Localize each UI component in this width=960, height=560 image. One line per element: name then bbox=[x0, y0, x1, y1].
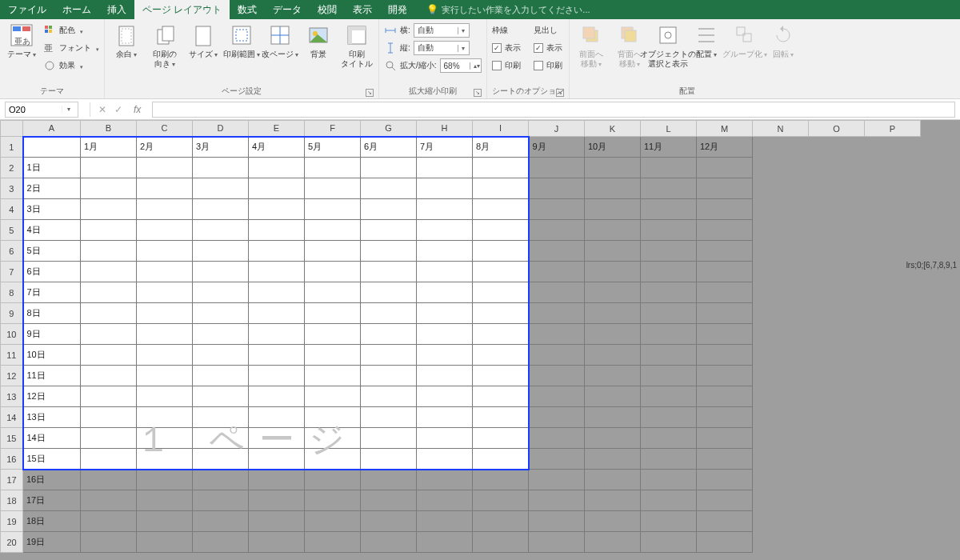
cell[interactable]: 11月 bbox=[641, 137, 697, 158]
cell[interactable] bbox=[193, 428, 249, 449]
cell[interactable] bbox=[417, 241, 473, 262]
cell[interactable] bbox=[585, 282, 641, 303]
row-header[interactable]: 18 bbox=[1, 490, 23, 511]
cell[interactable] bbox=[473, 199, 529, 220]
cell[interactable] bbox=[417, 262, 473, 282]
row-header[interactable]: 5 bbox=[1, 220, 23, 241]
cell[interactable] bbox=[249, 262, 305, 282]
selection-pane-button[interactable]: オブジェクトの 選択と表示 bbox=[651, 22, 685, 69]
cell[interactable] bbox=[137, 366, 193, 386]
cell[interactable] bbox=[697, 178, 753, 199]
cell[interactable] bbox=[361, 303, 417, 324]
dialog-launcher-icon[interactable]: ↘ bbox=[366, 89, 374, 97]
cell[interactable] bbox=[529, 282, 585, 303]
cell[interactable] bbox=[81, 366, 137, 386]
cell[interactable] bbox=[529, 345, 585, 366]
menu-tab-4[interactable]: 数式 bbox=[230, 0, 265, 19]
cell[interactable] bbox=[137, 407, 193, 428]
cell[interactable] bbox=[249, 366, 305, 386]
cell[interactable] bbox=[809, 220, 865, 241]
cell[interactable] bbox=[81, 407, 137, 428]
margins-button[interactable]: 余白 bbox=[110, 22, 143, 60]
tell-me-search[interactable]: 💡実行したい作業を入力してください... bbox=[415, 0, 590, 19]
cell[interactable] bbox=[473, 428, 529, 449]
cell[interactable] bbox=[753, 407, 809, 428]
cell[interactable] bbox=[585, 324, 641, 345]
cell[interactable] bbox=[529, 490, 585, 511]
cell[interactable] bbox=[585, 178, 641, 199]
cell[interactable] bbox=[865, 324, 921, 345]
cell[interactable] bbox=[473, 345, 529, 366]
cell[interactable]: 13日 bbox=[23, 407, 81, 428]
cell[interactable] bbox=[193, 532, 249, 553]
cell[interactable] bbox=[81, 511, 137, 532]
select-all-corner[interactable] bbox=[1, 121, 23, 137]
cancel-formula-icon[interactable]: ✕ bbox=[98, 104, 106, 115]
name-box-input[interactable] bbox=[6, 105, 62, 114]
cell[interactable] bbox=[137, 511, 193, 532]
cell[interactable]: 16日 bbox=[23, 470, 81, 490]
cell[interactable] bbox=[137, 386, 193, 407]
cell[interactable]: 14日 bbox=[23, 428, 81, 449]
cell[interactable] bbox=[585, 407, 641, 428]
cell[interactable] bbox=[417, 324, 473, 345]
cell[interactable] bbox=[473, 386, 529, 407]
cell[interactable] bbox=[361, 490, 417, 511]
theme-fonts-button[interactable]: 亜 フォント bbox=[43, 40, 99, 56]
cell[interactable] bbox=[361, 324, 417, 345]
cell[interactable] bbox=[193, 282, 249, 303]
cell[interactable]: 6日 bbox=[23, 262, 81, 282]
cell[interactable] bbox=[417, 449, 473, 470]
cell[interactable] bbox=[249, 511, 305, 532]
cell[interactable] bbox=[361, 511, 417, 532]
cell[interactable]: 10日 bbox=[23, 345, 81, 366]
cell[interactable] bbox=[473, 282, 529, 303]
cell[interactable] bbox=[585, 366, 641, 386]
cell[interactable] bbox=[81, 199, 137, 220]
row-header[interactable]: 13 bbox=[1, 386, 23, 407]
row-header[interactable]: 20 bbox=[1, 532, 23, 553]
orientation-button[interactable]: 印刷の 向き bbox=[148, 22, 182, 70]
background-button[interactable]: 背景 bbox=[302, 22, 335, 59]
cell[interactable] bbox=[697, 262, 753, 282]
cell[interactable] bbox=[137, 158, 193, 178]
cell[interactable] bbox=[697, 366, 753, 386]
cell[interactable] bbox=[417, 345, 473, 366]
cell[interactable] bbox=[697, 241, 753, 262]
cell[interactable] bbox=[697, 490, 753, 511]
cell[interactable]: 17日 bbox=[23, 490, 81, 511]
scale-width-combo[interactable]: 自動▾ bbox=[414, 23, 470, 38]
cell[interactable] bbox=[473, 220, 529, 241]
cell[interactable] bbox=[417, 532, 473, 553]
cell[interactable] bbox=[865, 366, 921, 386]
cell[interactable]: 12月 bbox=[697, 137, 753, 158]
cell[interactable]: 3日 bbox=[23, 199, 81, 220]
cell[interactable] bbox=[193, 324, 249, 345]
cell[interactable] bbox=[193, 345, 249, 366]
cell[interactable] bbox=[361, 262, 417, 282]
cell[interactable] bbox=[193, 262, 249, 282]
cell[interactable]: 5日 bbox=[23, 241, 81, 262]
cell[interactable] bbox=[865, 158, 921, 178]
cell[interactable] bbox=[529, 428, 585, 449]
cell[interactable] bbox=[305, 220, 361, 241]
cell[interactable] bbox=[641, 178, 697, 199]
cell[interactable] bbox=[473, 262, 529, 282]
cell[interactable] bbox=[193, 449, 249, 470]
cell[interactable] bbox=[809, 386, 865, 407]
cell[interactable] bbox=[641, 282, 697, 303]
cell[interactable] bbox=[249, 158, 305, 178]
cell[interactable] bbox=[305, 532, 361, 553]
cell[interactable] bbox=[529, 324, 585, 345]
cell[interactable] bbox=[249, 178, 305, 199]
cell[interactable]: 1日 bbox=[23, 158, 81, 178]
menu-tab-0[interactable]: ファイル bbox=[0, 0, 54, 19]
cell[interactable] bbox=[361, 366, 417, 386]
cell[interactable] bbox=[193, 407, 249, 428]
cell[interactable] bbox=[193, 490, 249, 511]
cell[interactable] bbox=[753, 324, 809, 345]
print-titles-button[interactable]: 印刷 タイトル bbox=[340, 22, 374, 69]
themes-button[interactable]: 亜あ テーマ bbox=[5, 22, 38, 60]
cell[interactable] bbox=[865, 532, 921, 553]
cell[interactable] bbox=[473, 158, 529, 178]
